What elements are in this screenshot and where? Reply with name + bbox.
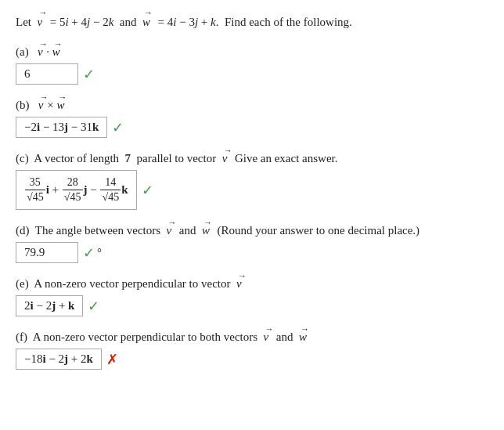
part-e-desc: A non-zero vector perpendicular to vecto… [34,277,230,290]
part-f-label: (f) A non-zero vector perpendicular to b… [16,331,488,344]
part-d-value: 79.9 [24,246,45,258]
part-e: (e) A non-zero vector perpendicular to v… [16,277,488,316]
v-vector-label: →v [38,13,45,31]
part-c-answer-box[interactable]: 35 √45 i + 28 √45 j − 14 √45 k [16,170,137,210]
part-d-and: and [179,224,196,237]
part-c-label: (c) A vector of length 7 parallel to vec… [16,152,488,165]
part-c-answer-row: 35 √45 i + 28 √45 j − 14 √45 k ✓ [16,170,488,210]
part-f-cross-icon: ✗ [106,351,118,368]
part-d-answer-box[interactable]: 79.9 [16,242,78,263]
part-f-and: and [276,331,293,343]
frac1: 35 √45 [25,175,45,204]
part-d-unit: ° [97,246,102,259]
part-c-desc3: Give an exact answer. [235,152,338,164]
part-d-check-icon: ✓ [83,244,95,262]
part-d-answer-row: 79.9 ✓ ° [16,242,488,263]
part-c-check-icon: ✓ [142,182,153,199]
part-e-answer-box[interactable]: 2i − 2j + k [16,295,83,316]
w-vector-label: →w [142,13,153,31]
part-f-answer-row: −18i − 2j + 2k ✗ [16,349,488,370]
part-a-answer-box[interactable]: 6 [16,63,78,85]
part-e-answer-row: 2i − 2j + k ✓ [16,295,488,316]
header-instruction: Find each of the following. [225,16,352,28]
part-e-check-icon: ✓ [88,298,99,315]
part-b-answer-row: −2i − 13j − 31k ✓ [16,117,488,138]
frac3: 14 √45 [100,175,121,204]
part-c-length: 7 [125,152,131,164]
part-f: (f) A non-zero vector perpendicular to b… [16,331,488,370]
part-b-label: (b) →v × →w [16,99,488,112]
frac2: 28 √45 [63,175,83,204]
part-a-check-icon: ✓ [83,66,95,83]
part-d-desc2: (Round your answer to one decimal place.… [217,224,419,237]
part-d-label: (d) The angle between vectors →v and →w … [16,224,488,237]
part-d: (d) The angle between vectors →v and →w … [16,224,488,263]
part-f-desc: A non-zero vector perpendicular to both … [33,331,257,343]
part-c: (c) A vector of length 7 parallel to vec… [16,152,488,210]
problem-header: Let →v = 5i + 4j − 2k and →w = 4i − 3j +… [16,13,488,31]
part-d-desc: The angle between vectors [35,224,160,237]
part-a-answer-row: 6 ✓ [16,63,488,85]
part-b-answer-box[interactable]: −2i − 13j − 31k [16,117,107,138]
part-c-desc2: parallel to vector [137,152,217,164]
part-e-value: 2i − 2j + k [24,299,74,312]
part-b-value: −2i − 13j − 31k [24,121,99,133]
header-and: and [120,16,137,28]
part-f-answer-box[interactable]: −18i − 2j + 2k [16,349,102,370]
part-b: (b) →v × →w −2i − 13j − 31k ✓ [16,99,488,138]
part-f-value: −18i − 2j + 2k [24,352,93,365]
part-e-label: (e) A non-zero vector perpendicular to v… [16,277,488,291]
part-a-label: (a) →v · →w [16,45,488,59]
part-a: (a) →v · →w 6 ✓ [16,45,488,85]
part-a-value: 6 [24,67,31,80]
part-b-check-icon: ✓ [112,119,124,136]
part-c-desc1: A vector of length [34,152,119,164]
